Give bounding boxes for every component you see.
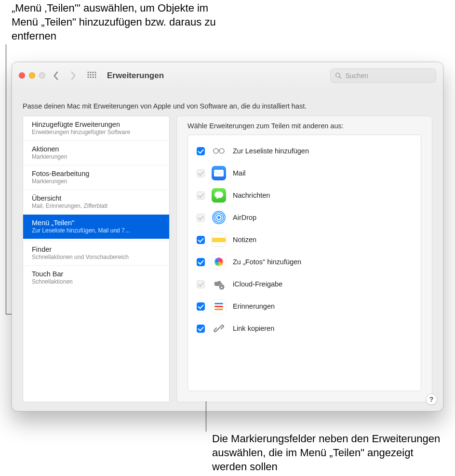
airdrop-icon bbox=[212, 210, 226, 225]
show-all-button[interactable] bbox=[84, 69, 99, 82]
extension-label: Mail bbox=[233, 169, 246, 177]
sidebar-item-2[interactable]: Fotos-BearbeitungMarkierungen bbox=[23, 165, 169, 190]
sidebar-item-sublabel: Schnellaktionen und Vorschaubereich bbox=[32, 254, 161, 260]
sidebar-item-label: Touch Bar bbox=[32, 270, 161, 278]
svg-point-17 bbox=[217, 216, 220, 219]
sidebar-item-label: Aktionen bbox=[32, 145, 161, 153]
extension-label: Notizen bbox=[233, 236, 256, 244]
extension-row-7: Erinnerungen bbox=[188, 295, 421, 317]
extension-checkbox[interactable] bbox=[197, 236, 205, 244]
svg-point-9 bbox=[90, 76, 91, 78]
window-toolbar: Erweiterungen bbox=[12, 62, 443, 89]
svg-point-28 bbox=[218, 258, 222, 262]
svg-point-5 bbox=[90, 74, 91, 75]
extension-list: Zur Leseliste hinzufügenMailNachrichtenA… bbox=[187, 135, 421, 391]
sidebar-item-1[interactable]: AktionenMarkierungen bbox=[23, 141, 169, 165]
detail-pane: Wähle Erweiterungen zum Teilen mit ander… bbox=[176, 116, 432, 402]
svg-line-32 bbox=[217, 327, 220, 330]
preferences-window: Erweiterungen Passe deinen Mac mit Erwei… bbox=[12, 62, 443, 411]
svg-point-14 bbox=[214, 149, 218, 153]
callout-top-line-v bbox=[6, 44, 6, 314]
extension-row-5: Zu „Fotos" hinzufügen bbox=[188, 251, 421, 273]
minimize-button[interactable] bbox=[29, 72, 35, 79]
extension-label: Erinnerungen bbox=[233, 302, 275, 310]
extension-label: Zur Leseliste hinzufügen bbox=[233, 147, 309, 155]
sidebar-item-sublabel: Schnellaktionen bbox=[32, 278, 161, 285]
close-button[interactable] bbox=[19, 72, 25, 79]
window-description: Passe deinen Mac mit Erweiterungen von A… bbox=[12, 89, 443, 116]
sidebar-item-6[interactable]: Touch BarSchnellaktionen bbox=[23, 266, 169, 290]
search-field[interactable] bbox=[330, 68, 436, 83]
svg-text:+: + bbox=[220, 285, 223, 290]
sidebar-item-0[interactable]: Hinzugefügte ErweiterungenErweiterungen … bbox=[23, 116, 169, 141]
extension-checkbox bbox=[197, 169, 205, 177]
svg-point-11 bbox=[94, 76, 96, 78]
sidebar-item-label: Fotos-Bearbeitung bbox=[32, 170, 161, 177]
extension-row-3: AirDrop bbox=[188, 206, 421, 229]
search-icon bbox=[335, 72, 342, 79]
callout-top: „Menü ‚Teilen'" auswählen, um Objekte im… bbox=[12, 1, 219, 43]
help-button[interactable]: ? bbox=[426, 394, 437, 405]
sidebar-item-sublabel: Markierungen bbox=[32, 178, 161, 185]
extension-checkbox[interactable] bbox=[197, 325, 205, 333]
search-input[interactable] bbox=[345, 71, 432, 80]
extension-row-0: Zur Leseliste hinzufügen bbox=[188, 140, 421, 162]
window-traffic-lights bbox=[19, 72, 45, 79]
callout-bottom-line-v bbox=[206, 401, 206, 432]
grid-icon bbox=[87, 71, 96, 81]
link-icon bbox=[212, 321, 226, 336]
svg-point-6 bbox=[92, 74, 94, 75]
mail-icon bbox=[212, 166, 226, 180]
svg-point-2 bbox=[92, 71, 94, 73]
sidebar-item-label: Menü „Teilen" bbox=[32, 219, 161, 227]
svg-point-3 bbox=[94, 71, 96, 73]
sidebar-item-label: Übersicht bbox=[32, 194, 161, 202]
svg-rect-16 bbox=[214, 170, 224, 177]
sidebar-item-label: Finder bbox=[32, 245, 161, 253]
sidebar-item-label: Hinzugefügte Erweiterungen bbox=[32, 121, 161, 128]
notes-icon bbox=[212, 232, 226, 247]
photos-icon bbox=[212, 255, 226, 269]
extension-checkbox[interactable] bbox=[197, 147, 205, 155]
extension-checkbox[interactable] bbox=[197, 302, 205, 311]
extension-row-8: Link kopieren bbox=[188, 317, 421, 340]
svg-point-10 bbox=[92, 76, 94, 78]
svg-point-15 bbox=[219, 149, 224, 153]
window-body: Hinzugefügte ErweiterungenErweiterungen … bbox=[12, 116, 443, 411]
icloud-share-icon: + bbox=[212, 277, 226, 291]
svg-point-4 bbox=[87, 74, 89, 75]
detail-heading: Wähle Erweiterungen zum Teilen mit ander… bbox=[177, 116, 432, 135]
extension-label: Link kopieren bbox=[233, 325, 274, 332]
extension-checkbox bbox=[197, 214, 205, 222]
back-button[interactable] bbox=[50, 69, 62, 82]
sidebar-item-sublabel: Markierungen bbox=[32, 153, 161, 160]
chevron-right-icon bbox=[70, 71, 76, 81]
sidebar-item-sublabel: Mail, Erinnerungen, Zifferblatt bbox=[32, 203, 161, 209]
extension-row-2: Nachrichten bbox=[188, 184, 421, 206]
forward-button[interactable] bbox=[67, 69, 79, 82]
extension-label: Nachrichten bbox=[233, 191, 270, 199]
zoom-button-disabled bbox=[39, 72, 45, 79]
window-title: Erweiterungen bbox=[107, 71, 164, 81]
extension-label: iCloud-Freigabe bbox=[233, 280, 282, 288]
extension-row-4: Notizen bbox=[188, 229, 421, 251]
sidebar-item-3[interactable]: ÜbersichtMail, Erinnerungen, Zifferblatt bbox=[23, 190, 169, 215]
sidebar-item-sublabel: Erweiterungen hinzugefügter Software bbox=[32, 129, 161, 136]
sidebar-item-sublabel: Zur Leseliste hinzufügen, Mail und 7… bbox=[32, 227, 161, 234]
category-sidebar: Hinzugefügte ErweiterungenErweiterungen … bbox=[23, 116, 170, 402]
sidebar-item-5[interactable]: FinderSchnellaktionen und Vorschaubereic… bbox=[23, 241, 169, 266]
extension-label: Zu „Fotos" hinzufügen bbox=[233, 258, 301, 266]
svg-line-13 bbox=[339, 77, 341, 78]
svg-point-7 bbox=[94, 74, 96, 75]
messages-icon bbox=[212, 188, 226, 203]
sidebar-item-4[interactable]: Menü „Teilen"Zur Leseliste hinzufügen, M… bbox=[23, 215, 169, 239]
extension-checkbox[interactable] bbox=[197, 258, 205, 266]
svg-point-0 bbox=[87, 71, 89, 73]
extension-row-1: Mail bbox=[188, 162, 421, 184]
svg-point-1 bbox=[90, 71, 91, 73]
extension-row-6: +iCloud-Freigabe bbox=[188, 273, 421, 295]
extension-checkbox bbox=[197, 191, 205, 200]
extension-label: AirDrop bbox=[233, 214, 256, 221]
chevron-left-icon bbox=[53, 71, 59, 81]
reminders-icon bbox=[212, 299, 226, 313]
